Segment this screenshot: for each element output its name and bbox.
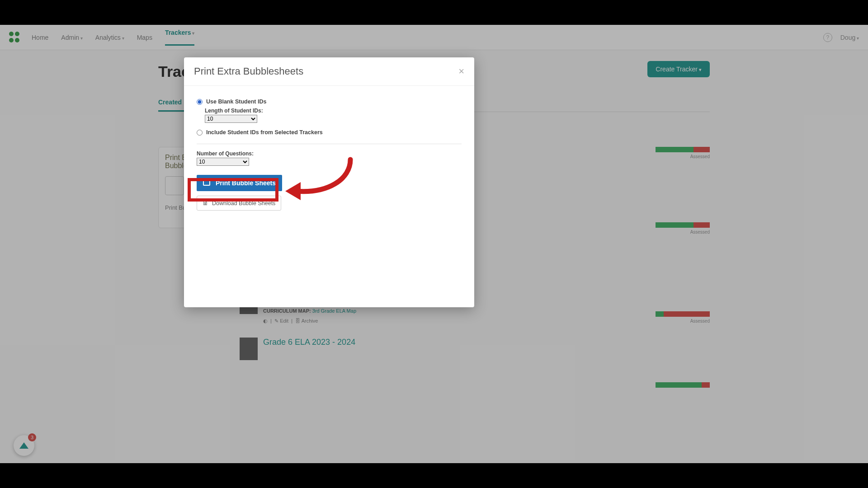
- print-bubblesheets-modal: Print Extra Bubblesheets × Use Blank Stu…: [184, 57, 474, 307]
- print-bubblesheets-button[interactable]: Print Bubble Sheets: [197, 175, 282, 191]
- radio-include-label: Include Student IDs from Selected Tracke…: [206, 129, 323, 136]
- modal-title: Print Extra Bubblesheets: [194, 66, 303, 77]
- radio-blank-label: Use Blank Student IDs: [206, 99, 266, 105]
- download-icon: 🗎: [203, 200, 208, 206]
- download-button-label: Download Bubble Sheets: [212, 200, 275, 206]
- numq-select[interactable]: 10: [197, 158, 249, 166]
- download-bubblesheets-button[interactable]: 🗎 Download Bubble Sheets: [197, 196, 281, 211]
- length-select[interactable]: 10: [205, 115, 257, 123]
- print-button-label: Print Bubble Sheets: [216, 179, 276, 187]
- radio-blank-ids[interactable]: [197, 99, 203, 105]
- print-icon: [203, 180, 210, 186]
- radio-include-ids[interactable]: [197, 130, 203, 136]
- length-label: Length of Student IDs:: [205, 108, 462, 114]
- app-window: Home Admin Analytics Maps Trackers ? Dou…: [0, 25, 868, 463]
- modal-header: Print Extra Bubblesheets ×: [184, 57, 474, 86]
- modal-body: Use Blank Student IDs Length of Student …: [184, 86, 474, 219]
- numq-label: Number of Questions:: [197, 150, 462, 157]
- close-icon[interactable]: ×: [458, 66, 464, 77]
